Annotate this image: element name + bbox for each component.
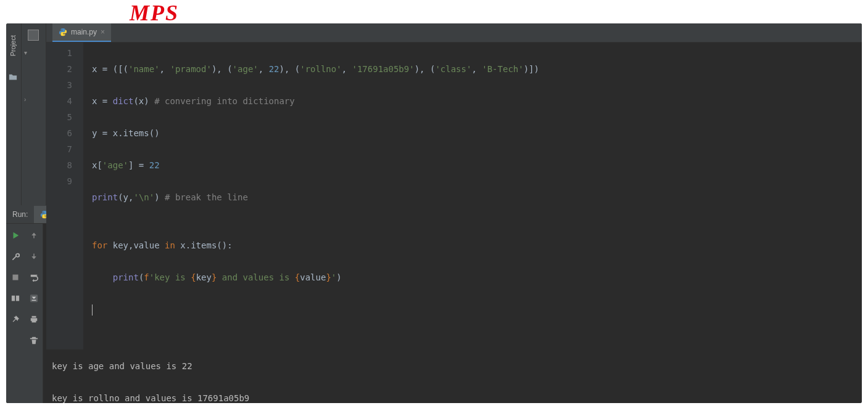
project-nav-strip: ▾ › <box>22 23 46 205</box>
trash-icon[interactable] <box>28 335 39 346</box>
editor-area: main.py × 1 2 3 4 5 6 7 8 9 x = ([('name… <box>46 23 862 205</box>
up-arrow-icon[interactable] <box>28 230 39 241</box>
run-panel-label: Run: <box>6 210 34 219</box>
folder-icon <box>8 73 18 81</box>
svg-rect-1 <box>12 296 15 301</box>
layout-icon[interactable] <box>10 293 21 304</box>
close-icon[interactable]: × <box>101 28 105 36</box>
line-number: 2 <box>46 61 72 77</box>
code-line <box>92 301 862 317</box>
pin-icon[interactable] <box>10 314 21 325</box>
wrench-icon[interactable] <box>10 251 21 262</box>
svg-rect-4 <box>31 300 36 301</box>
code-line: print(y,'\n') # break the line <box>92 189 862 205</box>
ide-window: Project ▾ › main.py × <box>6 23 862 403</box>
code-line: x['age'] = 22 <box>92 157 862 173</box>
code-line: y = x.items() <box>92 125 862 141</box>
svg-rect-2 <box>16 296 19 301</box>
chevron-right-icon[interactable]: › <box>24 96 26 103</box>
code-line: x = dict(x) # convering into dictionary <box>92 93 862 109</box>
code-line: x = ([('name', 'pramod'), ('age', 22), (… <box>92 61 862 77</box>
handwritten-annotation: MPS <box>130 0 179 26</box>
line-number: 4 <box>46 93 72 109</box>
run-toolbar-col2 <box>25 224 43 403</box>
soft-wrap-icon[interactable] <box>28 272 39 283</box>
tool-window-bar-left: Project <box>6 23 22 205</box>
line-number: 9 <box>46 173 72 189</box>
scroll-to-end-icon[interactable] <box>28 293 39 304</box>
target-icon[interactable] <box>28 30 39 41</box>
code-line: print(f'key is {key} and values is {valu… <box>92 269 862 285</box>
line-number: 8 <box>46 157 72 173</box>
svg-rect-0 <box>13 275 19 280</box>
project-tool-button[interactable]: Project <box>6 26 20 65</box>
editor-tab-label: main.py <box>71 28 97 36</box>
rerun-icon[interactable] <box>10 230 21 241</box>
python-file-icon <box>59 28 67 36</box>
console-line: key is age and values is 22 <box>52 358 862 374</box>
line-number: 6 <box>46 125 72 141</box>
console-line: key is rollno and values is 17691a05b9 <box>52 390 862 403</box>
code-content[interactable]: x = ([('name', 'pramod'), ('age', 22), (… <box>83 43 862 349</box>
line-number: 7 <box>46 141 72 157</box>
text-caret <box>92 304 93 316</box>
chevron-down-icon[interactable]: ▾ <box>24 49 27 56</box>
line-number: 5 <box>46 109 72 125</box>
code-editor[interactable]: 1 2 3 4 5 6 7 8 9 x = ([('name', 'pramod… <box>46 43 862 349</box>
project-tool-label: Project <box>9 35 17 56</box>
gutter: 1 2 3 4 5 6 7 8 9 <box>46 43 83 349</box>
code-line: for key,value in x.items(): <box>92 237 862 253</box>
run-toolbar-col1 <box>6 224 25 403</box>
stop-icon[interactable] <box>10 272 21 283</box>
line-number: 3 <box>46 77 72 93</box>
editor-tab-main[interactable]: main.py × <box>52 23 111 42</box>
line-number: 1 <box>46 45 72 61</box>
editor-tabbar: main.py × <box>46 23 862 43</box>
down-arrow-icon[interactable] <box>28 251 39 262</box>
print-icon[interactable] <box>28 314 39 325</box>
editor-pane: Project ▾ › main.py × <box>6 23 862 205</box>
